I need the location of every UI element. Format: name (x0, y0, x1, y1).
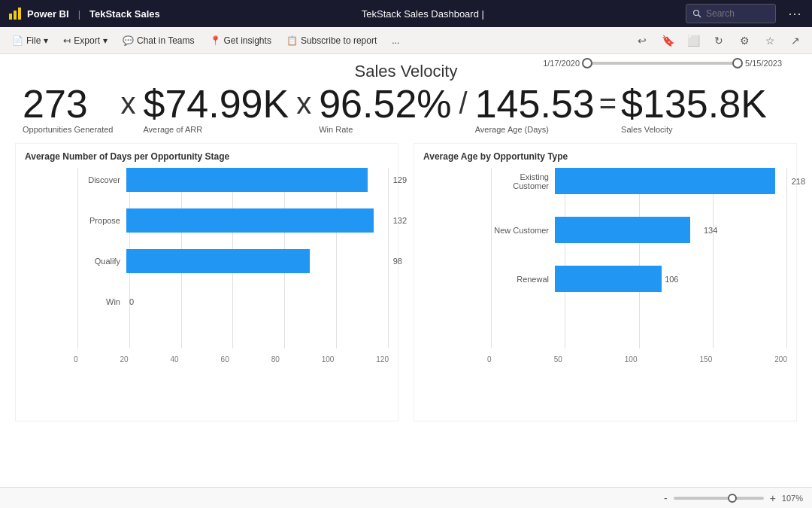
bar-fill-qualify (126, 249, 310, 273)
bar-value-newcustomer: 134 (704, 226, 717, 235)
xr-label-100: 100 (625, 355, 638, 364)
bar-track-newcustomer: 134 (555, 217, 787, 243)
kpi-avgage: 145.53 Average Age (Days) (475, 84, 595, 134)
nav-more-button[interactable]: ⋯ (785, 5, 804, 22)
bar-label-newcustomer: New Customer (491, 226, 555, 235)
date-slider-handle-left[interactable] (582, 58, 592, 68)
app-name: Power BI (27, 8, 69, 20)
date-end-label: 5/15/2023 (745, 59, 782, 68)
star-icon[interactable]: ☆ (759, 30, 780, 51)
zoom-plus-button[interactable]: + (770, 492, 776, 504)
kpi-operator-3: / (452, 87, 475, 132)
x-label-40: 40 (171, 355, 179, 364)
share-icon[interactable]: ↗ (785, 30, 806, 51)
svg-rect-0 (9, 14, 12, 20)
kpi-winrate-value: 96.52% (319, 84, 451, 123)
chart-left-title: Average Number of Days per Opportunity S… (25, 151, 389, 162)
power-bi-logo: Power BI (8, 6, 69, 21)
svg-rect-1 (14, 11, 17, 20)
zoom-handle[interactable] (728, 494, 737, 503)
file-chevron-icon: ▾ (44, 35, 48, 46)
bar-track-win: 0 (126, 290, 389, 314)
bar-label-existing: Existing Customer (491, 172, 555, 190)
bar-label-discover: Discover (77, 175, 126, 184)
kpi-row: 273 Opportunities Generated x $74.99K Av… (15, 84, 797, 134)
toolbar-more-button[interactable]: ... (386, 32, 405, 49)
bar-track-existing: 218 (555, 168, 787, 194)
kpi-salesvelocity-label: Sales Velocity (621, 125, 672, 134)
kpi-salesvelocity: $135.8K Sales Velocity (621, 84, 767, 134)
toolbar-right-icons: ↩ 🔖 ⬜ ↻ ⚙ ☆ ↗ (632, 30, 806, 51)
export-button[interactable]: ↤ Export ▾ (57, 32, 114, 49)
bar-value-existing: 218 (792, 177, 805, 186)
kpi-operator-1: x (113, 87, 143, 132)
get-insights-button[interactable]: 📍 Get insights (204, 32, 277, 49)
xr-label-0: 0 (487, 355, 492, 364)
date-range-slider[interactable]: 1/17/2020 5/15/2023 (543, 59, 797, 68)
bar-track-qualify: 98 (126, 249, 389, 273)
view-mode-icon[interactable]: ⬜ (683, 30, 704, 51)
kpi-opportunities-label: Opportunities Generated (23, 125, 113, 134)
search-icon (692, 9, 701, 18)
search-input[interactable] (706, 8, 766, 19)
chart-left-x-axis: 0 20 40 60 80 100 120 (74, 355, 389, 364)
xr-label-50: 50 (554, 355, 562, 364)
bar-fill-renewal (555, 266, 662, 292)
bar-row-renewal: Renewal 106 (491, 266, 787, 292)
bar-value-discover: 129 (393, 175, 407, 184)
charts-row: Average Number of Days per Opportunity S… (15, 143, 797, 421)
nav-separator-1: | (78, 8, 80, 20)
bar-fill-propose (126, 208, 374, 233)
x-label-20: 20 (120, 355, 128, 364)
kpi-operator-2: x (289, 87, 319, 132)
kpi-winrate-label: Win Rate (319, 125, 353, 134)
chat-in-teams-button[interactable]: 💬 Chat in Teams (117, 32, 200, 49)
kpi-winrate: 96.52% Win Rate (319, 84, 451, 134)
power-bi-icon (8, 6, 23, 21)
file-button[interactable]: 📄 File ▾ (6, 32, 54, 49)
kpi-arr-label: Average of ARR (143, 125, 202, 134)
bar-row-newcustomer: New Customer 134 (491, 217, 787, 243)
teams-icon: 💬 (123, 35, 134, 46)
kpi-equals: = (595, 87, 621, 132)
bar-fill-newcustomer (555, 217, 690, 243)
x-label-100: 100 (322, 355, 335, 364)
chart-right-x-axis: 0 50 100 150 200 (487, 355, 787, 364)
file-icon: 📄 (12, 35, 23, 46)
subscribe-icon: 📋 (286, 35, 298, 46)
bottom-bar: - + 107% (0, 487, 812, 508)
chart-left: Average Number of Days per Opportunity S… (15, 143, 398, 421)
zoom-minus-button[interactable]: - (664, 492, 668, 504)
toolbar: 📄 File ▾ ↤ Export ▾ 💬 Chat in Teams 📍 Ge… (0, 27, 812, 54)
bar-row-win: Win 0 (77, 290, 389, 314)
subscribe-button[interactable]: 📋 Subscribe to report (280, 32, 383, 49)
svg-line-4 (698, 15, 701, 18)
x-label-0: 0 (74, 355, 78, 364)
kpi-opportunities: 273 Opportunities Generated (23, 84, 113, 134)
bar-row-propose: Propose 132 (77, 208, 389, 233)
kpi-opportunities-value: 273 (23, 84, 88, 123)
date-start-label: 1/17/2020 (543, 59, 580, 68)
bar-row-qualify: Qualify 98 (77, 249, 389, 273)
settings-icon[interactable]: ⚙ (734, 30, 755, 51)
zoom-slider[interactable] (674, 497, 764, 500)
bar-track-discover: 129 (126, 168, 389, 192)
xr-label-150: 150 (700, 355, 713, 364)
bar-fill-existing (555, 168, 775, 194)
bar-value-win: 0 (129, 297, 134, 306)
bar-label-qualify: Qualify (77, 257, 126, 266)
export-icon: ↤ (63, 35, 71, 46)
undo-icon[interactable]: ↩ (632, 30, 653, 51)
report-title: TekStack Sales Dashboard | (169, 8, 677, 20)
bookmark-icon[interactable]: 🔖 (657, 30, 678, 51)
date-slider-handle-right[interactable] (732, 58, 743, 68)
bar-value-propose: 132 (393, 216, 407, 225)
search-box[interactable] (686, 4, 776, 23)
date-slider-track[interactable] (587, 62, 738, 65)
insights-icon: 📍 (210, 35, 221, 46)
kpi-avgage-label: Average Age (Days) (475, 125, 549, 134)
refresh-icon[interactable]: ↻ (708, 30, 729, 51)
bar-row-existing: Existing Customer 218 (491, 168, 787, 194)
main-content: Sales Velocity 1/17/2020 5/15/2023 273 O… (0, 54, 812, 487)
chart-right-title: Average Age by Opportunity Type (423, 151, 787, 162)
